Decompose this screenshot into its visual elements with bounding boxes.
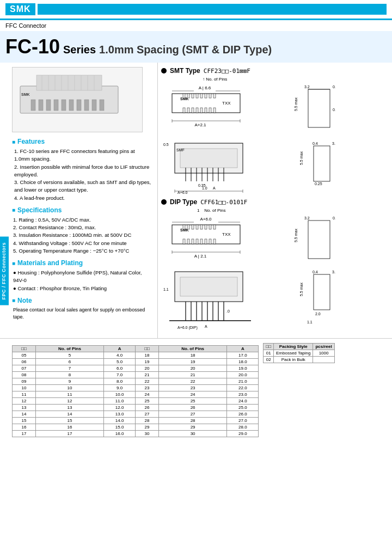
svg-text:TXX: TXX [222,232,231,237]
svg-rect-13 [46,100,51,111]
svg-rect-12 [39,100,43,111]
pack-col-1: □□ [264,344,274,350]
svg-rect-32 [205,94,207,98]
col-header-2: No. of Pins [35,346,103,352]
svg-rect-27 [183,94,185,98]
svg-text:A+6.0 (DIP): A+6.0 (DIP) [177,326,198,330]
table-row: 0554.0181817.0 [13,352,259,359]
features-heading: Features [12,138,152,145]
svg-rect-109 [180,277,237,296]
svg-rect-85 [192,225,194,229]
materials-heading: Materials and Plating [12,259,152,267]
svg-rect-91 [183,239,185,244]
svg-rect-84 [187,225,189,229]
dip-top-diagram: A+6.0 SMK [161,215,389,264]
table-row: 121211.0252524.0 [13,398,259,405]
svg-rect-93 [192,239,194,244]
svg-rect-16 [69,100,74,111]
table-row: 0776.0202019.0 [13,365,259,372]
materials-content: ● Housing : Polyphonylone Sulfide (PPS),… [12,269,152,292]
svg-rect-15 [62,100,66,111]
svg-text:0.5: 0.5 [163,143,169,146]
svg-rect-37 [192,108,194,113]
svg-text:0.25: 0.25 [315,182,322,186]
dimensions-table: □□ No. of Pins A □□ No. of Pins A 0554.0… [12,345,259,437]
svg-rect-20 [100,100,104,111]
svg-text:1.1: 1.1 [307,320,313,324]
svg-rect-42 [213,108,216,113]
svg-text:0.4: 0.4 [313,142,318,145]
col-header-5: No. of Pins [158,346,226,352]
series-label: Series [63,44,96,56]
svg-text:0.35: 0.35 [198,183,206,187]
svg-text:5.5 max: 5.5 max [299,151,303,165]
svg-rect-18 [84,100,89,111]
packing-table: □□ Packing Style pcs/reel 01Embossed Tap… [263,343,334,363]
table-row: 111110.0242423.0 [13,391,259,398]
svg-rect-34 [213,94,216,98]
svg-text:5.5 max: 5.5 max [299,283,303,296]
svg-text:0.4: 0.4 [333,85,335,89]
svg-rect-123 [314,274,330,310]
table-row: 0998.0222221.0 [13,378,259,385]
note-content: Please contact our local sales agent for… [12,307,152,321]
svg-rect-38 [196,108,198,113]
svg-rect-28 [187,94,189,98]
svg-rect-40 [205,108,207,113]
table-row: 131312.0262625.0 [13,405,259,411]
svg-text:2.0: 2.0 [315,312,321,316]
table-row: 151514.0282827.0 [13,418,259,424]
specifications-heading: Specifications [12,206,152,214]
smk-logo: SMK [5,3,35,15]
svg-rect-55 [180,149,237,168]
svg-text:3.2: 3.2 [304,85,310,89]
svg-rect-14 [54,100,58,111]
specifications-content: 1. Rating : 0.5A, 50V AC/DC max. 2. Cont… [12,216,152,255]
svg-rect-33 [209,94,211,98]
note-heading: Note [12,297,152,304]
svg-rect-96 [205,239,207,244]
svg-text:0.25: 0.25 [333,108,335,112]
table-row: 141413.0272726.0 [13,411,259,418]
model-prefix: FC-10 [5,35,60,58]
svg-rect-31 [200,94,203,98]
svg-rect-86 [196,225,198,229]
svg-rect-48 [308,89,330,127]
table-row: 01Embossed Taping1000 [264,350,334,357]
product-image: SMK [12,67,143,132]
bullet-smt [161,68,167,74]
pack-col-3: pcs/reel [313,344,334,350]
svg-text:5.5 max: 5.5 max [294,97,298,111]
spacing-label: 1.0mm Spacing (SMT & DIP Type) [99,44,272,56]
svg-rect-41 [209,108,211,113]
table-row: 0665.0191918.0 [13,359,259,365]
svg-rect-11 [31,100,35,111]
svg-rect-104 [308,221,330,259]
header-bar [38,4,387,15]
svg-rect-95 [200,239,203,244]
svg-text:A+2.1: A+2.1 [194,123,206,127]
dip-type-label: DIP Type CFF61□□-0101F [161,198,389,206]
svg-rect-17 [77,100,81,111]
svg-text:TXX: TXX [222,101,231,106]
svg-text:3.2: 3.2 [332,270,335,274]
svg-text:5.5 max: 5.5 max [294,229,298,242]
svg-rect-73 [314,146,330,181]
svg-text:A: A [213,186,216,190]
svg-text:0.4: 0.4 [333,216,335,220]
svg-text:.0: .0 [226,309,230,313]
header: SMK [0,0,392,20]
col-header-3: A [104,346,136,352]
svg-text:SMK: SMK [21,93,30,96]
features-content: 1. FC-10 series are FFC connectors featu… [12,148,152,202]
bullet-dip [161,199,167,205]
svg-rect-97 [209,239,211,244]
svg-rect-35 [183,108,185,113]
svg-rect-36 [187,108,189,113]
svg-text:0.4: 0.4 [313,270,318,274]
category-label: FFC Connector [0,20,392,31]
svg-text:A | 6.6: A | 6.6 [199,85,211,90]
svg-rect-87 [200,225,203,229]
svg-text:A: A [205,325,207,328]
svg-rect-89 [209,225,211,229]
